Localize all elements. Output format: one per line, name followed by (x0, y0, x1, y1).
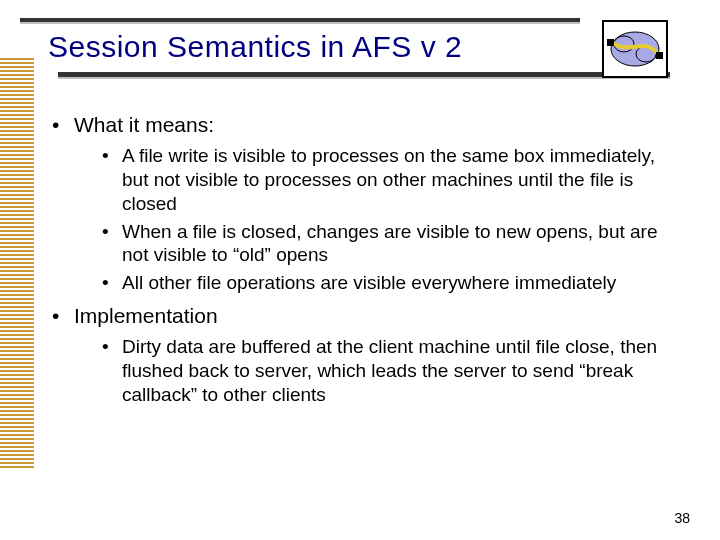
list-item: When a file is closed, changes are visib… (74, 220, 680, 268)
list-item: Dirty data are buffered at the client ma… (74, 335, 680, 406)
slide-body: What it means: A file write is visible t… (48, 112, 680, 414)
list-item: All other file operations are visible ev… (74, 271, 680, 295)
sub-bullet-list: Dirty data are buffered at the client ma… (74, 335, 680, 406)
bullet-list: What it means: A file write is visible t… (48, 112, 680, 406)
section-label: What it means: (74, 113, 214, 136)
svg-rect-4 (656, 52, 663, 59)
sub-bullet-list: A file write is visible to processes on … (74, 144, 680, 295)
title-area: Session Semantics in AFS v 2 (0, 18, 720, 96)
slide-title: Session Semantics in AFS v 2 (48, 30, 462, 64)
page-number: 38 (674, 510, 690, 526)
title-top-rule (20, 18, 580, 22)
section-item: What it means: A file write is visible t… (48, 112, 680, 295)
side-stripe-decoration (0, 58, 34, 470)
slide: Session Semantics in AFS v 2 What it mea… (0, 0, 720, 540)
section-item: Implementation Dirty data are buffered a… (48, 303, 680, 407)
list-item: A file write is visible to processes on … (74, 144, 680, 215)
title-underline (58, 72, 670, 77)
logo-icon (602, 20, 668, 78)
svg-rect-3 (607, 39, 614, 46)
section-label: Implementation (74, 304, 218, 327)
